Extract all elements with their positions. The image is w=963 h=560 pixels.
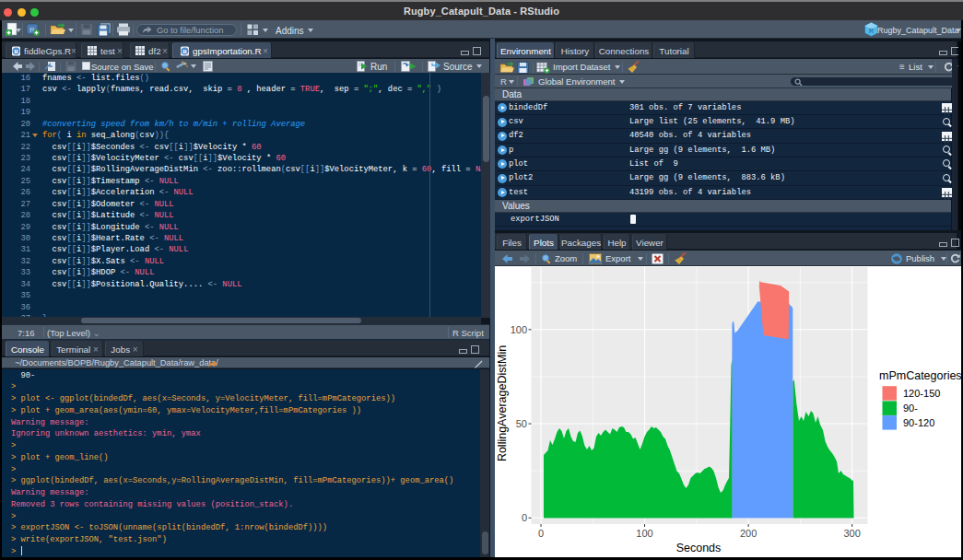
svg-text:Seconds: Seconds (676, 542, 722, 554)
svg-text:300: 300 (843, 528, 860, 539)
svg-text:50: 50 (516, 418, 527, 429)
svg-text:100: 100 (511, 324, 527, 335)
svg-text:RollingAverageDistMin: RollingAverageDistMin (496, 345, 509, 461)
svg-text:R: R (869, 28, 874, 34)
svg-text:0: 0 (522, 512, 527, 523)
svg-text:R: R (182, 48, 187, 54)
svg-text:90-: 90- (903, 402, 918, 414)
svg-text:R: R (14, 48, 18, 54)
svg-text:mPmCategories: mPmCategories (879, 369, 961, 382)
svg-text:120-150: 120-150 (903, 388, 940, 399)
svg-text:200: 200 (740, 528, 757, 539)
svg-text:100: 100 (636, 528, 652, 539)
svg-text:0: 0 (538, 528, 544, 539)
svg-text:90-120: 90-120 (903, 417, 934, 428)
